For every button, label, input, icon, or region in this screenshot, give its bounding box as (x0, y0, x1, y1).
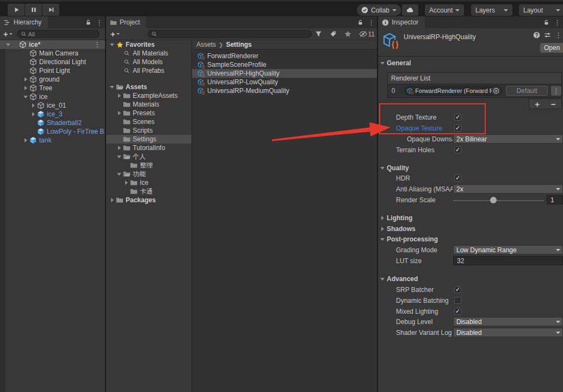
presets-icon[interactable] (544, 32, 551, 39)
srp-batcher-checkbox[interactable]: ✓ (454, 286, 461, 293)
chevron-down-icon (392, 9, 397, 11)
project-tree-item[interactable]: 个人 (106, 152, 191, 161)
asset-file[interactable]: UniversalRP-MediumQuality (192, 86, 377, 95)
add-renderer-button[interactable]: + (535, 99, 540, 109)
grading-mode-dropdown[interactable]: Low Dynamic Range (453, 245, 563, 254)
default-button[interactable]: Default (506, 86, 547, 96)
favorites-star-icon[interactable] (344, 30, 351, 38)
section-shadows[interactable]: Shadows (378, 224, 416, 234)
object-picker-icon[interactable] (492, 86, 500, 95)
lock-icon[interactable] (543, 20, 549, 26)
hierarchy-item[interactable]: ice_3 (0, 110, 105, 119)
play-button[interactable] (8, 4, 24, 16)
kebab-menu-icon[interactable]: ⋮ (368, 19, 375, 26)
asset-file[interactable]: UniversalRP-LowQuality (192, 78, 377, 86)
opaque-downsampling-dropdown[interactable]: 2x Bilinear (453, 134, 563, 144)
favorites-item[interactable]: All Models (106, 58, 191, 66)
project-tree-item[interactable]: Scenes (106, 117, 191, 126)
mixed-lighting-checkbox[interactable]: ✓ (454, 308, 461, 315)
section-post-processing[interactable]: Post-processing (378, 234, 438, 244)
section-advanced[interactable]: Advanced (378, 274, 418, 284)
folder-icon (123, 135, 131, 143)
depth-texture-checkbox[interactable]: ✓ (454, 114, 461, 121)
tab-inspector[interactable]: Inspector (378, 16, 425, 28)
project-tree-item[interactable]: Materials (106, 100, 191, 109)
project-search-input[interactable] (147, 30, 312, 38)
breadcrumb-root[interactable]: Assets (196, 41, 216, 48)
section-general[interactable]: General (378, 58, 411, 68)
lock-icon[interactable] (357, 20, 363, 26)
renderer-object-field[interactable]: ForwardRenderer (Forward Renderer) (404, 86, 502, 96)
layout-dropdown[interactable]: Layout (519, 4, 563, 16)
section-quality[interactable]: Quality (378, 163, 409, 173)
packages-root[interactable]: Packages (106, 196, 191, 204)
msaa-dropdown[interactable]: 2x (453, 184, 563, 194)
open-button[interactable]: Open (540, 43, 563, 53)
hierarchy-item[interactable]: ice (0, 92, 105, 101)
account-dropdown[interactable]: Account (425, 4, 464, 16)
hierarchy-item[interactable]: Main Camera (0, 49, 105, 58)
scene-row[interactable]: ice* ⋮ (0, 40, 105, 49)
hdr-checkbox[interactable]: ✓ (454, 175, 461, 182)
project-tree-item-selected[interactable]: Settings (106, 135, 191, 144)
section-lighting[interactable]: Lighting (378, 213, 412, 223)
hierarchy-item[interactable]: LowPoly - FirTree B (0, 127, 105, 136)
asset-file[interactable]: SampleSceneProfile (192, 60, 377, 69)
add-object-button[interactable]: + (1, 30, 15, 38)
project-tree-item[interactable]: 功能 (106, 170, 191, 178)
debug-level-dropdown[interactable]: Disabled (453, 317, 563, 326)
project-tree-item[interactable]: 卡通 (106, 187, 191, 196)
terrain-holes-checkbox[interactable]: ✓ (454, 146, 461, 153)
kebab-menu-icon[interactable]: ⋮ (555, 32, 562, 39)
tab-hierarchy[interactable]: Hierarchy (0, 16, 48, 28)
hierarchy-item[interactable]: Point Light (0, 66, 105, 75)
kebab-menu-icon[interactable]: ⋮ (554, 19, 561, 26)
asset-file-selected[interactable]: UniversalRP-HighQuality (192, 69, 377, 78)
step-button[interactable] (42, 4, 59, 16)
tab-project[interactable]: Project (106, 16, 146, 28)
dynamic-batching-checkbox[interactable] (454, 297, 461, 304)
scriptable-object-icon (197, 61, 205, 69)
opaque-texture-checkbox[interactable]: ✓ (454, 125, 461, 132)
project-tree-item[interactable]: Ice (106, 178, 191, 187)
breadcrumb-current[interactable]: Settings (226, 41, 251, 48)
inspector-tabbar: Inspector ⋮ (378, 16, 563, 28)
project-tree-item[interactable]: Scripts (106, 126, 191, 135)
search-by-type-icon[interactable] (315, 30, 322, 38)
assets-root[interactable]: Assets (106, 83, 191, 91)
lock-icon[interactable] (85, 20, 91, 26)
collab-button[interactable]: Collab (357, 4, 401, 16)
project-tree-item[interactable]: ExampleAssets (106, 91, 191, 100)
kebab-menu-icon[interactable]: ⋮ (94, 41, 101, 48)
add-asset-button[interactable]: + (108, 30, 122, 38)
favorites-item[interactable]: All Prefabs (106, 66, 191, 75)
hierarchy-item[interactable]: ground (0, 75, 105, 84)
render-scale-slider-knob[interactable] (490, 197, 497, 203)
search-by-label-icon[interactable] (330, 30, 337, 38)
hierarchy-item[interactable]: Shaderball2 (0, 119, 105, 127)
layers-dropdown[interactable]: Layers (471, 4, 512, 16)
render-scale-value[interactable]: 1 (547, 195, 563, 204)
hierarchy-item[interactable]: Directional Light (0, 58, 105, 66)
cloud-button[interactable] (402, 4, 418, 16)
lut-size-field[interactable]: 32 (453, 256, 563, 265)
render-scale-slider[interactable] (453, 200, 544, 201)
favorites-item[interactable]: All Materials (106, 49, 191, 58)
help-icon[interactable] (533, 32, 540, 39)
chevron-down-icon (455, 9, 460, 11)
asset-file[interactable]: ForwardRenderer (192, 52, 377, 60)
project-tree-item[interactable]: Presets (106, 109, 191, 117)
hierarchy-item[interactable]: ice_01 (0, 101, 105, 110)
remove-renderer-button[interactable]: − (551, 99, 556, 109)
shader-variant-dropdown[interactable]: Disabled (453, 328, 563, 337)
pause-button[interactable] (25, 4, 42, 16)
hidden-count[interactable]: 11 (359, 30, 375, 38)
hierarchy-search-input[interactable]: All (17, 30, 100, 38)
project-tree-item[interactable]: 整理 (106, 161, 191, 170)
favorites-root[interactable]: Favorites (106, 40, 191, 49)
hierarchy-item[interactable]: tank (0, 136, 105, 145)
kebab-menu-icon[interactable]: ⋮ (551, 86, 561, 96)
kebab-menu-icon[interactable]: ⋮ (96, 19, 103, 26)
project-tree-item[interactable]: TutorialInfo (106, 144, 191, 152)
hierarchy-item[interactable]: Tree (0, 84, 105, 92)
